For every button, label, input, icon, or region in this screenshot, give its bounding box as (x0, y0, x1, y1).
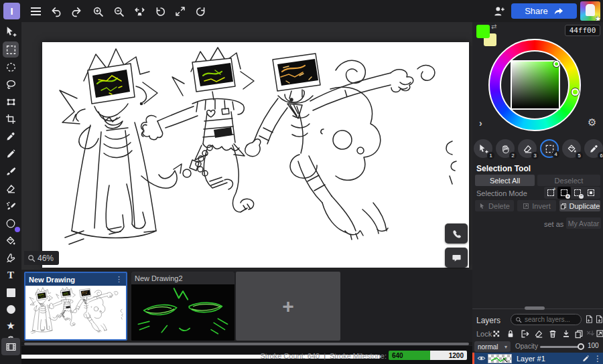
opacity-slider-knob[interactable] (578, 343, 584, 350)
panel-resize-handle[interactable] (525, 306, 545, 310)
selection-mode-group: + + − (544, 187, 600, 199)
user-avatar[interactable]: ★ (580, 1, 600, 21)
fit-view-icon[interactable] (131, 3, 148, 20)
delete-label: Delete (488, 202, 510, 210)
layer-thumbnail[interactable] (488, 354, 512, 363)
selection-mode-subtract-icon[interactable]: − (571, 187, 584, 199)
export-layer-icon[interactable] (520, 329, 529, 339)
import-layer-icon[interactable] (594, 314, 603, 324)
undo-icon[interactable] (48, 3, 65, 20)
liquify-tool-icon[interactable] (3, 250, 19, 266)
flatten-layer-icon[interactable] (586, 329, 595, 339)
share-button[interactable]: Share (511, 3, 577, 19)
selection-mode-new-icon[interactable]: + (544, 187, 557, 199)
pencil-tool-icon[interactable] (3, 146, 19, 162)
smudge-tool-icon[interactable] (3, 215, 19, 232)
voice-call-button[interactable] (445, 223, 468, 244)
add-drawing-tile[interactable]: + (236, 272, 340, 341)
selection-mode-label: Selection Mode (476, 189, 527, 197)
stroke-count-text: Stroke Count: 640 (260, 352, 320, 360)
avatar-figure (586, 4, 595, 16)
tab-menu-icon[interactable]: ⋮ (115, 275, 123, 284)
sv-cursor[interactable] (553, 61, 559, 67)
lock-alpha-icon[interactable] (492, 329, 501, 339)
zoom-out-icon[interactable] (110, 3, 127, 20)
menu-icon[interactable] (27, 3, 44, 20)
shape-transform-tool-icon[interactable] (3, 94, 19, 110)
redo-icon[interactable] (68, 3, 85, 20)
tool-slot-eraser[interactable]: 3 (518, 139, 537, 158)
select-all-button[interactable]: Select All (475, 175, 535, 186)
merge-down-icon[interactable] (561, 329, 571, 339)
layer-name[interactable]: Layer #1 (517, 355, 579, 363)
invite-user-icon[interactable] (490, 3, 508, 20)
add-layer-icon[interactable] (584, 314, 594, 324)
ellipse-shape-tool-icon[interactable] (3, 301, 19, 317)
rotate-cw-icon[interactable] (192, 3, 209, 20)
clear-layer-icon[interactable] (534, 329, 543, 339)
chat-button[interactable] (445, 248, 468, 268)
fill-tool-icon[interactable] (3, 233, 19, 249)
color-settings-gear-icon[interactable]: ⚙ (588, 116, 596, 128)
crop-tool-icon[interactable] (3, 111, 19, 127)
tool-slot-number: 4 (552, 151, 559, 158)
zoom-in-icon[interactable] (89, 3, 107, 20)
primary-color-swatch[interactable] (476, 25, 490, 38)
tool-slot-fill[interactable]: 5 (562, 139, 581, 158)
selection-mode-intersect-icon[interactable] (584, 187, 598, 199)
layer-menu-icon[interactable]: ⋮ (592, 354, 603, 363)
mixer-brush-tool-icon[interactable] (3, 198, 19, 214)
tool-slot-move[interactable]: 1 (474, 139, 492, 158)
hex-color-field[interactable]: 44ff00 (565, 25, 600, 36)
canvas-zoom-badge[interactable]: 46% (24, 251, 59, 265)
collapse-panel-icon[interactable]: › (479, 118, 482, 128)
hue-cursor[interactable] (572, 88, 579, 96)
layer-thumbnail-sketch (488, 356, 511, 364)
blend-mode-select[interactable]: normal ▾ (474, 341, 511, 352)
app-logo[interactable]: I (3, 3, 20, 19)
tool-slot-selection[interactable]: 4 (540, 139, 559, 158)
tool-slot-pen[interactable]: 6 (584, 139, 603, 158)
timeline-panel-icon[interactable] (1, 338, 20, 355)
lock-layer-icon[interactable] (506, 329, 515, 339)
sv-square[interactable] (511, 60, 560, 110)
eraser-tool-icon[interactable] (3, 181, 19, 197)
tab-strip-scroll-thumb[interactable] (24, 343, 469, 345)
rect-select-tool-icon[interactable] (3, 41, 19, 58)
tab-new-drawing[interactable]: New Drawing ⋮ (24, 272, 127, 341)
ellipse-select-tool-icon[interactable] (3, 59, 19, 75)
status-bar: Stroke Count: 640 | Stroke Milestone: 64… (21, 346, 472, 364)
rect-shape-tool-icon[interactable] (3, 284, 19, 300)
set-avatar-button[interactable]: My Avatar (566, 217, 601, 229)
tool-slot-hand[interactable]: 2 (496, 139, 515, 158)
eyedropper-tool-icon[interactable] (3, 128, 19, 145)
rotate-ccw-icon[interactable] (151, 3, 169, 20)
fullscreen-icon[interactable] (172, 3, 189, 20)
tab-label: New Drawing2 (135, 274, 231, 282)
drawing-canvas[interactable] (42, 42, 469, 268)
tab-new-drawing2[interactable]: New Drawing2 (131, 272, 234, 341)
layer-row[interactable]: Layer #1 ⋮ (472, 353, 603, 364)
invert-selection-button[interactable]: Invert (517, 200, 556, 211)
opacity-slider[interactable] (540, 346, 582, 348)
delete-layer-icon[interactable] (548, 329, 557, 339)
layer-search-input[interactable] (525, 316, 578, 323)
smudge-badge-dot (15, 227, 20, 232)
duplicate-selection-button[interactable]: Duplicate (559, 200, 600, 211)
tab-strip-scrollbar[interactable] (21, 342, 472, 345)
share-button-label: Share (525, 6, 548, 16)
avatar-star-icon: ★ (594, 14, 600, 21)
transform-tool-icon[interactable] (3, 23, 19, 39)
layer-search-box[interactable] (511, 314, 582, 325)
selection-mode-add-icon[interactable]: + (557, 187, 571, 199)
swap-colors-icon[interactable]: ⇄ (491, 23, 496, 30)
lasso-tool-icon[interactable] (3, 76, 19, 92)
duplicate-layer-icon[interactable] (574, 329, 584, 339)
layer-visibility-icon[interactable] (474, 354, 488, 363)
delete-selection-button[interactable]: Delete (475, 200, 514, 211)
text-tool-icon[interactable]: T (3, 267, 19, 283)
deselect-button[interactable]: Deselect (537, 175, 600, 186)
move-layer-icon[interactable] (596, 329, 603, 338)
layer-edit-icon[interactable] (579, 355, 592, 363)
brush-tool-icon[interactable] (3, 163, 19, 179)
